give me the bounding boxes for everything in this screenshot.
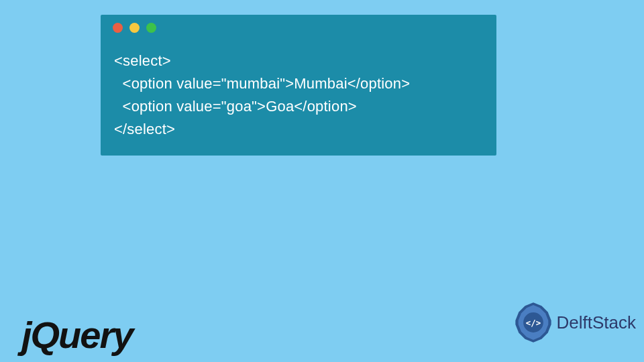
close-icon[interactable] (113, 23, 123, 33)
code-line: </select> (114, 118, 483, 141)
window-titlebar (101, 15, 496, 40)
minimize-icon[interactable] (129, 23, 140, 33)
maximize-icon[interactable] (146, 23, 156, 33)
jquery-logo: jQuery (21, 312, 132, 355)
code-line: <select> (114, 50, 483, 72)
svg-text:</>: </> (525, 318, 540, 328)
code-body: <select> <option value="mumbai">Mumbai</… (101, 40, 496, 156)
code-line: <option value="mumbai">Mumbai</option> (114, 72, 483, 95)
code-window: <select> <option value="mumbai">Mumbai</… (101, 15, 496, 156)
jquery-logo-text: jQuery (21, 313, 132, 357)
delftstack-logo: </> DelftStack (513, 302, 637, 343)
delftstack-logo-text: DelftStack (557, 312, 637, 333)
code-line: <option value="goa">Goa</option> (114, 95, 483, 118)
delftstack-emblem-icon: </> (513, 302, 554, 343)
